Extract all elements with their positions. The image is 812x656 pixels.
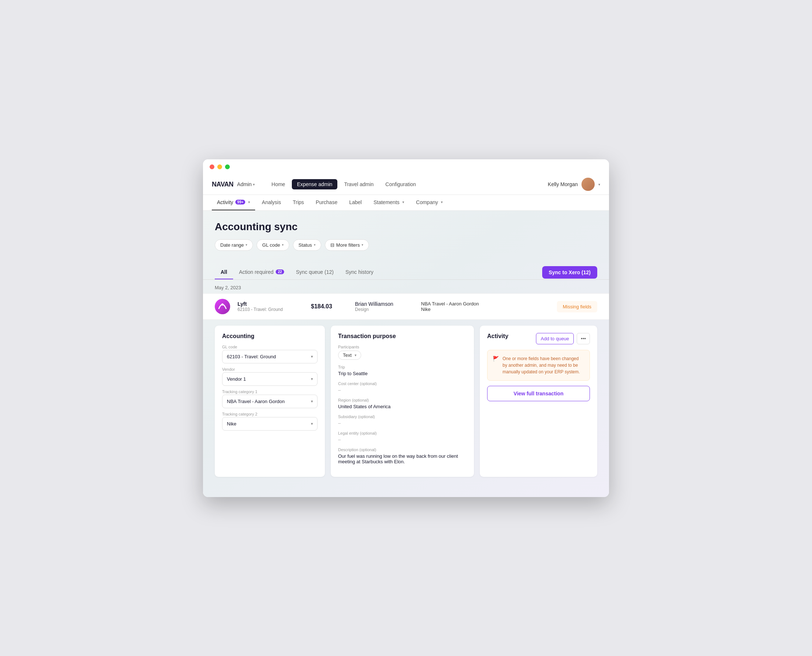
person-dept: Design (355, 307, 414, 312)
sub-nav: Activity 99+ ▾ Analysis Trips Purchase L… (203, 195, 609, 211)
activity-card: Activity Add to queue ••• 🚩 One or more … (480, 326, 597, 477)
transaction-purpose-title: Transaction purpose (338, 333, 467, 340)
participants-label: Participants (338, 345, 467, 349)
vendor-icon (215, 299, 230, 314)
user-menu[interactable]: Kelly Morgan ▾ (548, 178, 600, 191)
nav-home[interactable]: Home (266, 179, 290, 189)
subsidiary-value: – (338, 420, 467, 426)
view-full-transaction-button[interactable]: View full transaction (487, 386, 590, 401)
more-filters-button[interactable]: ⊟ More filters ▾ (325, 239, 369, 251)
logo: NAVAN (212, 181, 234, 188)
participants-dropdown[interactable]: Text ▾ (338, 351, 361, 360)
nav-configuration[interactable]: Configuration (380, 179, 421, 189)
gl-code-select[interactable]: 62103 - Travel: Ground (222, 350, 317, 364)
more-options-button[interactable]: ••• (577, 333, 590, 344)
logo-area[interactable]: NAVAN Admin ▾ (212, 181, 255, 188)
activity-actions: Add to queue ••• (536, 333, 590, 344)
page-title: Accounting sync (215, 221, 597, 233)
title-bar (203, 159, 609, 174)
app-window: NAVAN Admin ▾ Home Expense admin Travel … (203, 159, 609, 497)
trip-section: Trip Trip to Seattle (338, 365, 467, 376)
subnav-label[interactable]: Label (344, 195, 367, 210)
alert-text: One or more fields have been changed by … (503, 355, 585, 375)
tabs-row: All Action required 22 Sync queue (12) S… (203, 265, 609, 280)
transaction-row[interactable]: Lyft 62103 - Travel: Ground $184.03 Bria… (203, 293, 609, 320)
participants-section: Participants Text ▾ (338, 345, 467, 360)
nav-expense-admin[interactable]: Expense admin (292, 179, 338, 189)
person-name: Brian Williamson (355, 301, 414, 307)
status-filter[interactable]: Status ▾ (293, 239, 321, 251)
detail-cards: Accounting GL code 62103 - Travel: Groun… (203, 320, 609, 486)
transaction-info: Lyft 62103 - Travel: Ground (238, 301, 303, 312)
gl-code-label: GL code (222, 345, 317, 349)
tracking-cat-2-select[interactable]: Nike (222, 417, 317, 431)
legal-entity-label: Legal entity (optional) (338, 431, 467, 435)
admin-label: Admin ▾ (237, 181, 255, 187)
tab-action-required[interactable]: Action required 22 (233, 265, 290, 279)
close-button[interactable] (210, 164, 214, 169)
subnav-company[interactable]: Company ▾ (411, 195, 448, 210)
alert-box: 🚩 One or more fields have been changed b… (487, 350, 590, 381)
action-required-badge: 22 (276, 269, 284, 274)
subnav-statements[interactable]: Statements ▾ (368, 195, 409, 210)
tab-all[interactable]: All (215, 265, 233, 279)
user-name: Kelly Morgan (548, 181, 578, 187)
cost-center-value: – (338, 387, 467, 393)
gl-code-filter[interactable]: GL code ▾ (257, 239, 289, 251)
subnav-trips[interactable]: Trips (288, 195, 309, 210)
tracking-cat-2-label: Tracking category 2 (222, 412, 317, 416)
activity-header: Activity Add to queue ••• (487, 333, 590, 345)
subnav-activity[interactable]: Activity 99+ ▾ (212, 195, 255, 210)
date-range-arrow-icon: ▾ (246, 243, 247, 247)
legal-entity-value: – (338, 437, 467, 442)
cost-center-section: Cost center (optional) – (338, 381, 467, 393)
alert-flag-icon: 🚩 (493, 356, 499, 375)
cost-center-label: Cost center (optional) (338, 381, 467, 386)
tab-sync-history[interactable]: Sync history (340, 265, 379, 279)
main-nav: Home Expense admin Travel admin Configur… (266, 179, 548, 189)
category-sub: Nike (421, 306, 531, 312)
tracking-cat-2-field: Tracking category 2 Nike ▾ (222, 412, 317, 431)
participants-chevron-icon: ▾ (354, 353, 356, 357)
accounting-card-title: Accounting (222, 333, 317, 340)
activity-title: Activity (487, 333, 509, 340)
trip-label: Trip (338, 365, 467, 369)
admin-chevron-icon: ▾ (253, 183, 255, 187)
minimize-button[interactable] (217, 164, 222, 169)
tracking-cat-1-select[interactable]: NBA Travel - Aaron Gordon (222, 395, 317, 408)
maximize-button[interactable] (225, 164, 230, 169)
status-arrow-icon: ▾ (314, 243, 316, 247)
transaction-amount: $184.03 (311, 303, 348, 310)
legal-entity-section: Legal entity (optional) – (338, 431, 467, 442)
sync-to-xero-button[interactable]: Sync to Xero (12) (542, 266, 597, 278)
tab-sync-queue[interactable]: Sync queue (12) (290, 265, 340, 279)
activity-badge: 99+ (235, 200, 245, 204)
trip-value: Trip to Seattle (338, 371, 467, 376)
subsidiary-label: Subsidiary (optional) (338, 415, 467, 419)
subnav-purchase[interactable]: Purchase (311, 195, 342, 210)
description-label: Description (optional) (338, 447, 467, 452)
subnav-analysis[interactable]: Analysis (257, 195, 286, 210)
company-chevron-icon: ▾ (441, 200, 443, 204)
filters-row: Date range ▾ GL code ▾ Status ▾ ⊟ More f… (215, 239, 597, 251)
date-range-filter[interactable]: Date range ▾ (215, 239, 253, 251)
vendor-field: Vendor Vendor 1 ▾ (222, 367, 317, 386)
date-label: May 2, 2023 (203, 280, 609, 293)
page-header: Accounting sync Date range ▾ GL code ▾ S… (203, 211, 609, 265)
missing-fields-badge: Missing fields (557, 301, 597, 313)
add-to-queue-button[interactable]: Add to queue (536, 333, 574, 344)
gl-code-arrow-icon: ▾ (282, 243, 284, 247)
nav-travel-admin[interactable]: Travel admin (339, 179, 379, 189)
region-label: Region (optional) (338, 398, 467, 402)
transaction-categories: NBA Travel - Aaron Gordon Nike (421, 301, 531, 312)
top-nav: NAVAN Admin ▾ Home Expense admin Travel … (203, 174, 609, 195)
svg-point-0 (221, 303, 224, 305)
page-content: Accounting sync Date range ▾ GL code ▾ S… (203, 211, 609, 497)
vendor-select[interactable]: Vendor 1 (222, 372, 317, 386)
category-main: NBA Travel - Aaron Gordon (421, 301, 531, 306)
transaction-person: Brian Williamson Design (355, 301, 414, 312)
vendor-name: Lyft (238, 301, 303, 307)
transaction-purpose-card: Transaction purpose Participants Text ▾ … (331, 326, 474, 477)
vendor-code: 62103 - Travel: Ground (238, 307, 303, 312)
gl-code-field: GL code 62103 - Travel: Ground ▾ (222, 345, 317, 364)
